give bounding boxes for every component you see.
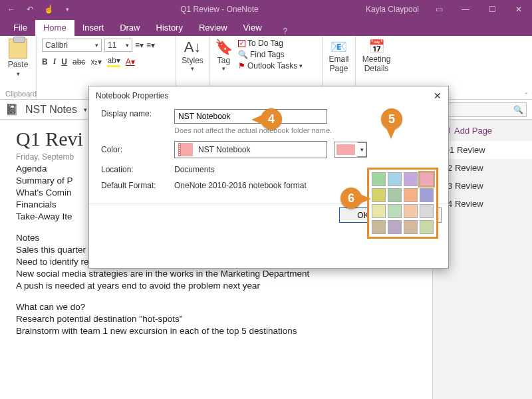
outlook-tasks-button[interactable]: ⚑Outlook Tasks▾ — [238, 61, 303, 70]
tab-draw[interactable]: Draw — [112, 20, 148, 36]
search-icon: 🔍 — [513, 105, 523, 114]
maximize-icon[interactable]: ☐ — [479, 0, 505, 19]
numbering-icon[interactable]: ≡▾ — [146, 41, 155, 50]
chevron-down-icon[interactable]: ▾ — [84, 106, 87, 113]
bullets-icon[interactable]: ≡▾ — [135, 41, 144, 50]
ribbon-tabs: File Home Insert Draw History Review Vie… — [0, 19, 532, 36]
color-display: NST Notebook — [174, 141, 327, 158]
default-format-label: Default Format: — [101, 181, 174, 190]
highlight-icon[interactable]: ab▾ — [107, 56, 120, 67]
calendar-icon: 📅 — [368, 39, 385, 55]
tag-button[interactable]: Tag — [217, 56, 230, 65]
meeting-details-button[interactable]: Meeting Details — [362, 55, 391, 73]
tag-icon: 🔖 — [215, 39, 233, 56]
notebook-color-icon — [178, 143, 193, 156]
color-swatch[interactable] — [404, 188, 418, 202]
doc-line[interactable]: New social media strategies are in the w… — [16, 269, 416, 279]
italic-icon[interactable]: I — [53, 57, 57, 66]
notebook-icon[interactable]: 📓 — [5, 103, 19, 116]
color-swatch — [336, 144, 355, 155]
tab-history[interactable]: History — [148, 20, 191, 36]
callout-6: 6 — [340, 188, 362, 209]
color-swatch[interactable] — [404, 220, 418, 234]
ribbon-options-icon[interactable]: ▭ — [426, 0, 452, 19]
dialog-title: Notebook Properties — [96, 91, 168, 100]
tab-file[interactable]: File — [5, 20, 35, 36]
color-swatch[interactable] — [372, 188, 386, 202]
user-name[interactable]: Kayla Claypool — [366, 5, 426, 14]
back-icon[interactable]: ← — [5, 5, 17, 14]
font-name-combo[interactable]: Calibri▾ — [42, 39, 102, 52]
color-swatch[interactable] — [404, 172, 418, 186]
paste-button[interactable]: Paste — [8, 60, 29, 69]
color-picker[interactable] — [367, 168, 438, 239]
bold-icon[interactable]: B — [42, 57, 48, 66]
strike-icon[interactable]: abc — [72, 57, 85, 66]
doc-line[interactable]: A push is needed at years end to avoid t… — [16, 281, 416, 291]
minimize-icon[interactable]: — — [452, 0, 479, 19]
envelope-icon: 📧 — [331, 39, 347, 55]
color-swatch[interactable] — [388, 204, 402, 218]
chevron-down-icon[interactable]: ▾ — [222, 65, 225, 72]
default-format-value: OneNote 2010-2016 notebook format — [174, 181, 307, 190]
font-color-icon[interactable]: A▾ — [126, 57, 135, 66]
window-title: Q1 Review - OneNote — [73, 5, 366, 14]
email-page-button[interactable]: Email Page — [329, 55, 348, 73]
close-icon[interactable]: ✕ — [505, 0, 532, 19]
color-swatch[interactable] — [420, 188, 434, 202]
tab-review[interactable]: Review — [191, 20, 235, 36]
location-label: Location: — [101, 165, 174, 174]
title-bar: ← ↶ ☝ ▾ Q1 Review - OneNote Kayla Claypo… — [0, 0, 532, 19]
todo-tag-button[interactable]: ✓To Do Tag — [238, 39, 303, 48]
add-page-label: Add Page — [454, 126, 492, 136]
color-swatch[interactable] — [388, 172, 402, 186]
clipboard-icon — [9, 39, 27, 59]
tell-me[interactable]: ? — [270, 27, 288, 36]
underline-icon[interactable]: U — [61, 57, 67, 66]
close-icon[interactable]: ✕ — [434, 90, 442, 101]
chevron-down-icon[interactable]: ▾ — [17, 70, 20, 77]
display-name-label: Display name: — [101, 109, 174, 118]
callout-4: 4 — [261, 108, 282, 130]
group-clipboard: Clipboard — [5, 88, 31, 98]
display-name-hint: Does not affect the actual notebook fold… — [174, 126, 332, 134]
touch-mode-icon[interactable]: ☝ — [43, 5, 55, 14]
color-swatch[interactable] — [372, 172, 386, 186]
undo-icon[interactable]: ↶ — [24, 5, 36, 14]
chevron-down-icon[interactable]: ▾ — [191, 65, 194, 72]
color-swatch[interactable] — [404, 204, 418, 218]
font-size-combo[interactable]: 11▾ — [104, 39, 132, 52]
color-swatch[interactable] — [420, 220, 434, 234]
color-swatch[interactable] — [388, 220, 402, 234]
display-name-input[interactable] — [174, 109, 327, 124]
tab-view[interactable]: View — [235, 20, 270, 36]
location-value: Documents — [174, 165, 215, 174]
notebook-title[interactable]: NST Notes — [25, 104, 77, 116]
subscript-icon[interactable]: x₂▾ — [90, 57, 102, 66]
qat-dropdown-icon[interactable]: ▾ — [61, 6, 73, 13]
tab-insert[interactable]: Insert — [74, 20, 112, 36]
color-name: NST Notebook — [198, 145, 251, 154]
color-swatch[interactable] — [388, 188, 402, 202]
tab-home[interactable]: Home — [35, 20, 74, 36]
color-swatch[interactable] — [420, 172, 434, 186]
styles-button[interactable]: Styles — [182, 56, 203, 65]
doc-line[interactable]: What can we do? — [16, 302, 416, 312]
color-swatch[interactable] — [372, 220, 386, 234]
color-dropdown[interactable]: ▾ — [334, 142, 367, 158]
color-label: Color: — [101, 145, 174, 154]
doc-line[interactable]: Brainstorm with team 1 new excursion in … — [16, 326, 416, 336]
callout-5: 5 — [381, 108, 402, 130]
styles-icon[interactable]: A↓ — [184, 39, 201, 56]
doc-line[interactable]: Research potential destination "hot-spot… — [16, 314, 416, 324]
chevron-down-icon[interactable]: ▾ — [357, 142, 366, 157]
collapse-ribbon-icon[interactable]: ˇ — [520, 36, 532, 100]
search-icon: 🔍 — [238, 50, 248, 59]
color-swatch[interactable] — [372, 204, 386, 218]
find-tags-button[interactable]: 🔍Find Tags — [238, 50, 303, 59]
color-swatch[interactable] — [420, 204, 434, 218]
flag-icon: ⚑ — [238, 61, 245, 70]
